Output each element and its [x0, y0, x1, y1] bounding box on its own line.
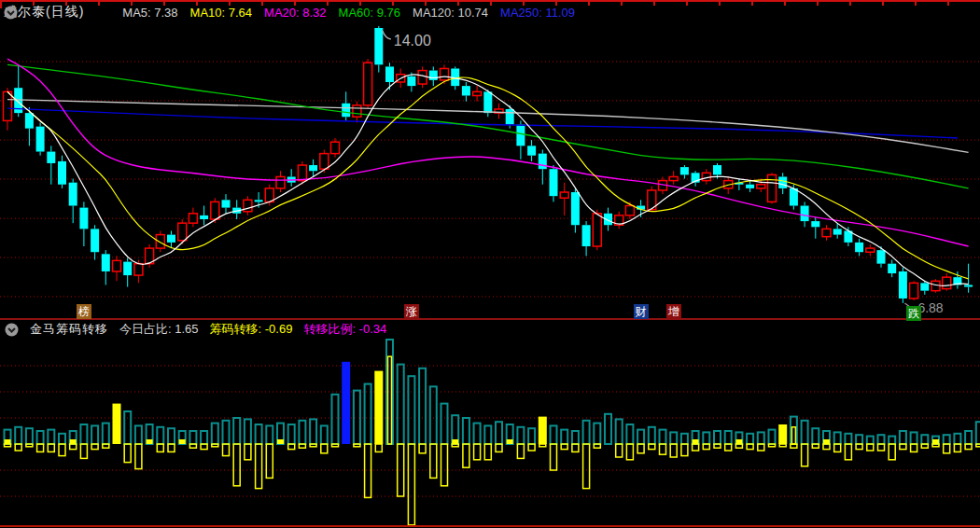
- ma60-readout: MA60: 9.76: [339, 6, 401, 20]
- indicator-chart-canvas[interactable]: [0, 338, 980, 528]
- chevron-down-icon[interactable]: [5, 323, 19, 337]
- kline-header: 威尔泰(日线) MA5: 7.38 MA10: 7.64 MA20: 8.32 …: [4, 3, 575, 21]
- event-tag: 涨: [404, 304, 419, 319]
- svg-text:14.00: 14.00: [394, 33, 431, 49]
- svg-text:6.88: 6.88: [917, 300, 943, 315]
- indicator-param-transfer-ratio: 转移比例: -0.34: [303, 321, 386, 338]
- indicator-param-today-ratio: 今日占比: 1.65: [119, 321, 199, 338]
- event-tag: 跌: [906, 306, 921, 321]
- event-tag: 榜: [77, 304, 91, 319]
- ma5-readout: MA5: 7.38: [122, 6, 177, 20]
- trading-app-window: 14.006.88 威尔泰(日线) MA5: 7.38 MA10: 7.64 M…: [0, 0, 980, 528]
- ma10-readout: MA10: 7.64: [190, 6, 253, 20]
- event-tag: 财: [634, 304, 649, 319]
- indicator-param-chip-transfer: 筹码转移: -0.69: [210, 321, 293, 338]
- ma120-readout: MA120: 10.74: [413, 6, 488, 20]
- ma250-readout: MA250: 11.09: [500, 6, 575, 20]
- indicator-name: 金马筹码转移: [30, 321, 108, 338]
- kline-chart-canvas[interactable]: 14.006.88: [0, 0, 980, 322]
- ma20-readout: MA20: 8.32: [264, 6, 327, 20]
- event-tag: 增: [666, 304, 681, 319]
- chevron-down-icon[interactable]: [96, 6, 110, 20]
- indicator-header: 金马筹码转移 今日占比: 1.65 筹码转移: -0.69 转移比例: -0.3…: [5, 321, 386, 338]
